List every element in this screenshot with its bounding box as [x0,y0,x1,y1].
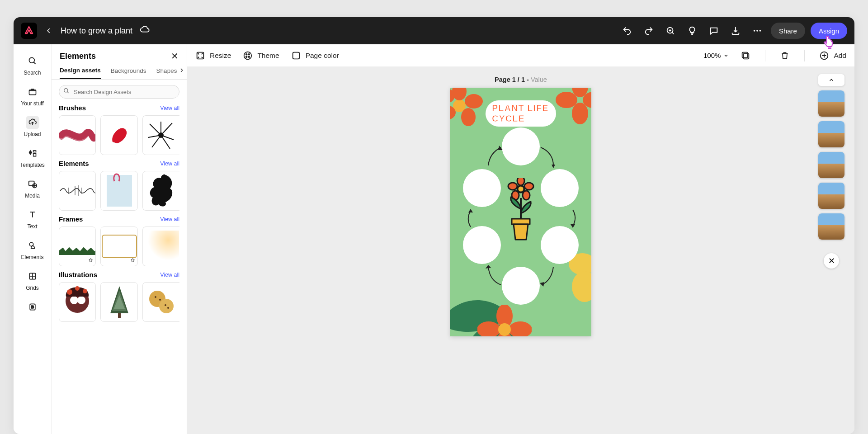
panel-close-button[interactable]: ✕ [171,51,179,61]
svg-point-68 [454,100,465,111]
grids-icon [26,269,39,283]
svg-point-74 [509,321,532,336]
tabs-scroll-right[interactable]: › [180,65,183,75]
collapse-rail-button[interactable] [818,74,844,86]
brand-icon: B [26,300,39,314]
element-thumb[interactable] [100,171,137,211]
rail-media[interactable]: Media [16,174,49,203]
svg-point-55 [249,56,250,57]
resize-button[interactable]: Resize [195,51,231,61]
cycle-placeholder[interactable] [541,226,579,264]
rail-search[interactable]: Search [16,51,49,80]
cloud-sync-icon[interactable] [140,25,150,37]
action-bar: Resize Theme Page color 100% [187,44,854,67]
svg-marker-13 [33,185,36,187]
cycle-arrow-icon [539,146,557,169]
rail-elements[interactable]: Elements [16,235,49,265]
tab-design-assets[interactable]: Design assets [60,67,101,79]
svg-point-72 [556,92,577,108]
search-icon [63,88,70,96]
cycle-placeholder[interactable] [502,267,540,305]
rail-templates[interactable]: Templates [16,143,49,173]
page-thumbnail[interactable] [818,183,844,209]
tab-backgrounds[interactable]: Backgrounds [111,67,146,79]
text-icon [26,208,39,222]
rail-brands[interactable]: B [16,297,49,318]
svg-line-9 [33,62,35,64]
page-thumbnail[interactable] [818,90,844,117]
duplicate-page-button[interactable] [741,51,750,61]
cycle-placeholder[interactable] [541,169,579,207]
illustrations-view-all[interactable]: View all [160,272,179,278]
svg-point-77 [498,323,511,336]
svg-point-51 [244,52,252,59]
svg-point-20 [64,89,68,92]
document-title[interactable]: How to grow a plant [61,26,132,36]
artboard-title: PLANT LIFE CYCLE [486,100,556,127]
illustration-thumb[interactable] [59,282,96,322]
frame-thumb[interactable]: ✿ [59,226,96,266]
frame-thumb[interactable]: ✿ [100,226,137,266]
illustration-thumb[interactable] [100,282,137,322]
frame-thumb[interactable] [142,226,179,266]
assign-button[interactable]: Assign [811,23,847,39]
page-thumbnail[interactable] [818,121,844,147]
assign-label: Assign [819,27,839,35]
section-brushes-title: Brushes [59,104,86,112]
lightbulb-icon[interactable] [684,23,700,39]
brush-thumb[interactable] [100,115,137,155]
zoom-plus-icon[interactable] [662,23,679,39]
shapes-icon [26,239,39,252]
undo-button[interactable] [619,23,635,39]
brushes-view-all[interactable]: View all [160,105,179,111]
page-color-icon [291,51,301,61]
close-rail-button[interactable]: ✕ [824,253,839,269]
tab-shapes[interactable]: Shapes [156,67,177,79]
cycle-placeholder[interactable] [502,127,540,165]
add-page-button[interactable]: Add [819,51,846,61]
element-thumb[interactable] [59,171,96,211]
page-label: Page 1 / 1 - Value [495,76,547,83]
redo-button[interactable] [641,23,657,39]
folder-icon [26,85,39,99]
svg-marker-82 [540,282,544,287]
rail-grids[interactable]: Grids [16,266,49,296]
svg-point-75 [477,321,500,336]
svg-point-49 [167,307,169,309]
back-button[interactable] [42,24,55,37]
svg-point-89 [523,191,530,200]
page-thumbnail[interactable] [818,213,844,240]
cycle-placeholder[interactable] [463,226,501,264]
svg-point-37 [67,289,72,295]
svg-point-45 [159,299,174,313]
search-assets-input[interactable] [59,85,179,99]
flower-decoration [477,305,532,336]
illustration-thumb[interactable] [142,282,179,322]
more-icon[interactable] [749,23,765,39]
app-logo[interactable] [21,23,37,39]
svg-line-24 [161,123,172,135]
share-button[interactable]: Share [771,23,805,39]
svg-point-46 [155,296,156,298]
comment-icon[interactable] [706,23,722,39]
cycle-placeholder[interactable] [463,169,501,207]
zoom-dropdown[interactable]: 100% [703,52,729,59]
svg-point-88 [524,183,533,190]
svg-marker-81 [571,224,575,228]
brush-thumb[interactable] [142,115,179,155]
download-icon[interactable] [727,23,744,39]
page-thumbnail[interactable] [818,152,844,178]
brush-thumb[interactable] [59,115,96,155]
rail-upload[interactable]: Upload [16,112,49,142]
elements-view-all[interactable]: View all [160,160,179,167]
canvas[interactable]: Page 1 / 1 - Value PLANT LIFE CYCLE [187,67,854,434]
page-color-button[interactable]: Page color [291,51,339,61]
svg-point-87 [517,178,524,185]
frames-view-all[interactable]: View all [160,216,179,222]
theme-button[interactable]: Theme [243,51,279,61]
rail-text[interactable]: Text [16,204,49,234]
element-thumb[interactable] [142,171,179,211]
delete-page-button[interactable] [780,51,790,61]
rail-your-stuff[interactable]: Your stuff [16,81,49,111]
artboard[interactable]: PLANT LIFE CYCLE [450,88,591,336]
